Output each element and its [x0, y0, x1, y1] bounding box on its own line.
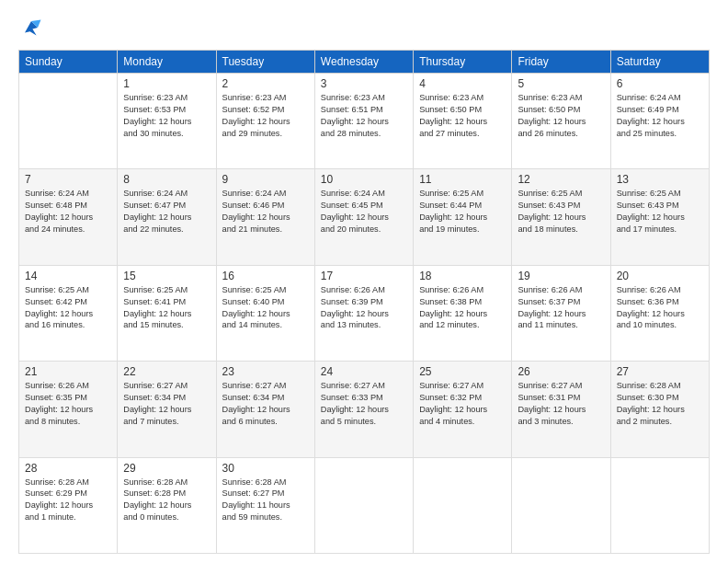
calendar-cell — [414, 457, 512, 553]
calendar-header-sunday: Sunday — [19, 51, 118, 74]
calendar-cell: 8Sunrise: 6:24 AM Sunset: 6:47 PM Daylig… — [118, 169, 216, 265]
day-info: Sunrise: 6:24 AM Sunset: 6:47 PM Dayligh… — [123, 188, 210, 236]
calendar-cell: 18Sunrise: 6:26 AM Sunset: 6:38 PM Dayli… — [414, 265, 512, 361]
day-info: Sunrise: 6:28 AM Sunset: 6:27 PM Dayligh… — [222, 477, 309, 524]
day-number: 23 — [222, 365, 309, 378]
calendar-week-1: 1Sunrise: 6:23 AM Sunset: 6:53 PM Daylig… — [19, 74, 710, 169]
day-info: Sunrise: 6:24 AM Sunset: 6:48 PM Dayligh… — [25, 188, 111, 236]
calendar-week-2: 7Sunrise: 6:24 AM Sunset: 6:48 PM Daylig… — [19, 169, 710, 265]
calendar-cell: 23Sunrise: 6:27 AM Sunset: 6:34 PM Dayli… — [216, 362, 314, 457]
day-info: Sunrise: 6:25 AM Sunset: 6:43 PM Dayligh… — [518, 188, 604, 236]
day-info: Sunrise: 6:26 AM Sunset: 6:38 PM Dayligh… — [419, 284, 506, 332]
calendar-cell: 16Sunrise: 6:25 AM Sunset: 6:40 PM Dayli… — [216, 265, 314, 361]
day-number: 7 — [25, 173, 111, 186]
calendar-cell: 7Sunrise: 6:24 AM Sunset: 6:48 PM Daylig… — [19, 169, 118, 265]
day-info: Sunrise: 6:26 AM Sunset: 6:39 PM Dayligh… — [321, 284, 407, 332]
calendar-cell: 17Sunrise: 6:26 AM Sunset: 6:39 PM Dayli… — [314, 265, 413, 361]
calendar-cell: 1Sunrise: 6:23 AM Sunset: 6:53 PM Daylig… — [118, 74, 216, 169]
day-info: Sunrise: 6:25 AM Sunset: 6:41 PM Dayligh… — [123, 284, 210, 332]
day-number: 6 — [617, 77, 703, 90]
day-number: 13 — [617, 173, 703, 186]
day-number: 28 — [25, 462, 111, 475]
day-number: 12 — [518, 173, 604, 186]
day-info: Sunrise: 6:24 AM Sunset: 6:49 PM Dayligh… — [617, 92, 703, 140]
calendar-header-saturday: Saturday — [610, 51, 709, 74]
calendar-cell: 5Sunrise: 6:23 AM Sunset: 6:50 PM Daylig… — [512, 74, 610, 169]
day-info: Sunrise: 6:27 AM Sunset: 6:34 PM Dayligh… — [222, 380, 309, 428]
day-number: 3 — [321, 77, 407, 90]
day-info: Sunrise: 6:27 AM Sunset: 6:31 PM Dayligh… — [518, 380, 604, 428]
day-number: 19 — [518, 270, 604, 282]
day-number: 24 — [321, 365, 407, 378]
calendar-week-3: 14Sunrise: 6:25 AM Sunset: 6:42 PM Dayli… — [19, 265, 710, 361]
calendar-header-tuesday: Tuesday — [216, 51, 314, 74]
day-number: 22 — [123, 365, 210, 378]
calendar-cell — [610, 457, 709, 553]
day-info: Sunrise: 6:28 AM Sunset: 6:30 PM Dayligh… — [617, 380, 703, 428]
day-number: 25 — [419, 365, 506, 378]
day-number: 8 — [123, 173, 210, 186]
calendar-cell: 6Sunrise: 6:24 AM Sunset: 6:49 PM Daylig… — [610, 74, 709, 169]
day-number: 10 — [321, 173, 407, 186]
calendar-cell: 20Sunrise: 6:26 AM Sunset: 6:36 PM Dayli… — [610, 265, 709, 361]
calendar-cell: 26Sunrise: 6:27 AM Sunset: 6:31 PM Dayli… — [512, 362, 610, 457]
day-info: Sunrise: 6:23 AM Sunset: 6:51 PM Dayligh… — [321, 92, 407, 140]
day-info: Sunrise: 6:28 AM Sunset: 6:28 PM Dayligh… — [123, 477, 210, 524]
calendar-header-monday: Monday — [118, 51, 216, 74]
day-number: 29 — [123, 462, 210, 475]
calendar-cell: 3Sunrise: 6:23 AM Sunset: 6:51 PM Daylig… — [314, 74, 413, 169]
day-info: Sunrise: 6:27 AM Sunset: 6:32 PM Dayligh… — [419, 380, 506, 428]
day-number: 15 — [123, 270, 210, 282]
day-info: Sunrise: 6:25 AM Sunset: 6:43 PM Dayligh… — [617, 188, 703, 236]
day-info: Sunrise: 6:26 AM Sunset: 6:35 PM Dayligh… — [25, 380, 111, 428]
calendar-cell: 2Sunrise: 6:23 AM Sunset: 6:52 PM Daylig… — [216, 74, 314, 169]
calendar-cell: 21Sunrise: 6:26 AM Sunset: 6:35 PM Dayli… — [19, 362, 118, 457]
calendar-cell: 25Sunrise: 6:27 AM Sunset: 6:32 PM Dayli… — [414, 362, 512, 457]
day-number: 27 — [617, 365, 703, 378]
calendar-header-row: SundayMondayTuesdayWednesdayThursdayFrid… — [19, 51, 710, 74]
day-number: 11 — [419, 173, 506, 186]
day-info: Sunrise: 6:27 AM Sunset: 6:33 PM Dayligh… — [321, 380, 407, 428]
calendar-cell: 24Sunrise: 6:27 AM Sunset: 6:33 PM Dayli… — [314, 362, 413, 457]
day-number: 20 — [617, 270, 703, 282]
calendar-cell: 11Sunrise: 6:25 AM Sunset: 6:44 PM Dayli… — [414, 169, 512, 265]
calendar-cell: 12Sunrise: 6:25 AM Sunset: 6:43 PM Dayli… — [512, 169, 610, 265]
day-info: Sunrise: 6:26 AM Sunset: 6:36 PM Dayligh… — [617, 284, 703, 332]
day-number: 5 — [518, 77, 604, 90]
day-info: Sunrise: 6:23 AM Sunset: 6:50 PM Dayligh… — [419, 92, 506, 140]
day-info: Sunrise: 6:26 AM Sunset: 6:37 PM Dayligh… — [518, 284, 604, 332]
day-number: 1 — [123, 77, 210, 90]
calendar-cell: 9Sunrise: 6:24 AM Sunset: 6:46 PM Daylig… — [216, 169, 314, 265]
day-info: Sunrise: 6:24 AM Sunset: 6:46 PM Dayligh… — [222, 188, 309, 236]
day-number: 2 — [222, 77, 309, 90]
day-info: Sunrise: 6:25 AM Sunset: 6:42 PM Dayligh… — [25, 284, 111, 332]
calendar-cell: 27Sunrise: 6:28 AM Sunset: 6:30 PM Dayli… — [610, 362, 709, 457]
calendar-cell: 10Sunrise: 6:24 AM Sunset: 6:45 PM Dayli… — [314, 169, 413, 265]
day-number: 26 — [518, 365, 604, 378]
day-number: 18 — [419, 270, 506, 282]
day-number: 21 — [25, 365, 111, 378]
header — [18, 15, 710, 40]
calendar: SundayMondayTuesdayWednesdayThursdayFrid… — [18, 50, 710, 554]
calendar-cell: 30Sunrise: 6:28 AM Sunset: 6:27 PM Dayli… — [216, 457, 314, 553]
day-info: Sunrise: 6:28 AM Sunset: 6:29 PM Dayligh… — [25, 477, 111, 524]
calendar-cell — [19, 74, 118, 169]
day-info: Sunrise: 6:23 AM Sunset: 6:53 PM Dayligh… — [123, 92, 210, 140]
day-info: Sunrise: 6:27 AM Sunset: 6:34 PM Dayligh… — [123, 380, 210, 428]
day-info: Sunrise: 6:23 AM Sunset: 6:50 PM Dayligh… — [518, 92, 604, 140]
day-info: Sunrise: 6:25 AM Sunset: 6:40 PM Dayligh… — [222, 284, 309, 332]
calendar-cell: 19Sunrise: 6:26 AM Sunset: 6:37 PM Dayli… — [512, 265, 610, 361]
calendar-header-wednesday: Wednesday — [314, 51, 413, 74]
calendar-cell — [314, 457, 413, 553]
day-number: 14 — [25, 270, 111, 282]
day-number: 17 — [321, 270, 407, 282]
calendar-header-thursday: Thursday — [414, 51, 512, 74]
day-number: 30 — [222, 462, 309, 475]
day-info: Sunrise: 6:24 AM Sunset: 6:45 PM Dayligh… — [321, 188, 407, 236]
logo — [18, 15, 48, 40]
day-number: 16 — [222, 270, 309, 282]
day-number: 4 — [419, 77, 506, 90]
calendar-cell: 4Sunrise: 6:23 AM Sunset: 6:50 PM Daylig… — [414, 74, 512, 169]
calendar-cell: 28Sunrise: 6:28 AM Sunset: 6:29 PM Dayli… — [19, 457, 118, 553]
calendar-cell: 22Sunrise: 6:27 AM Sunset: 6:34 PM Dayli… — [118, 362, 216, 457]
